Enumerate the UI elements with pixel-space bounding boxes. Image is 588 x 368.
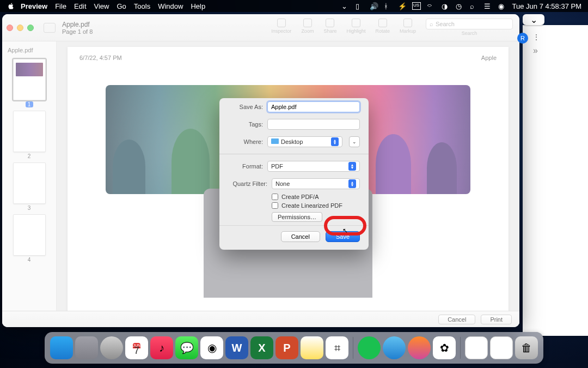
dock-safari[interactable] [383,336,406,359]
dock-calendar[interactable]: JUN7 [125,336,148,359]
dock-powerpoint[interactable]: P [275,336,298,359]
page-thumbnail-1[interactable] [13,59,46,100]
control-center-icon[interactable]: ☰ [484,2,492,10]
create-linearized-label: Create Linearized PDF [281,202,342,209]
quartz-filter-select[interactable]: None ▲▼ [272,178,360,189]
mouse-cursor-icon: ↖ [342,227,348,234]
create-linearized-checkbox[interactable] [272,202,278,209]
dock-chrome[interactable]: ◉ [200,336,223,359]
dock-music[interactable]: ♪ [150,336,173,359]
info-icon [277,19,286,27]
dock-settings[interactable] [100,336,123,359]
dock-trash[interactable]: 🗑 [515,336,538,359]
menu-file[interactable]: File [55,2,66,10]
expand-dialog-button[interactable]: ⌄ [349,136,360,147]
dock-document-2[interactable] [490,336,513,359]
volume-icon[interactable]: 🔊 [370,2,377,10]
phone-icon[interactable]: ▯ [356,2,363,10]
dock-separator [460,337,461,359]
dropbox-icon[interactable]: ⌄ [341,2,349,10]
print-cancel-button[interactable]: Cancel [438,315,475,324]
tags-input[interactable] [267,119,360,130]
dock-spotify[interactable] [358,336,381,359]
menu-help[interactable]: Help [191,2,205,10]
wifi-icon[interactable]: ⌔ [427,2,435,10]
menubar-app-name[interactable]: Preview [21,2,47,10]
search-field[interactable]: ⌕Search Search [426,19,513,36]
dock-firefox[interactable] [408,336,431,359]
dock-word[interactable]: W [225,336,248,359]
zoom-window-button[interactable] [27,25,34,31]
dock-notes[interactable] [301,336,323,359]
print-sheet-footer: Cancel Print [2,311,519,327]
dock-slack[interactable]: ⌗ [326,336,348,359]
background-window[interactable] [523,25,588,336]
close-window-button[interactable] [7,25,13,31]
divider [219,154,369,154]
clock-widget-icon[interactable]: ◷ [456,2,463,10]
menu-window[interactable]: Window [158,2,183,10]
spotlight-icon[interactable]: ⌕ [470,2,477,10]
page-thumbnail-2[interactable] [13,111,46,152]
menu-tools[interactable]: Tools [134,2,150,10]
dock-excel[interactable]: X [250,336,273,359]
thumbnail-sidebar: Apple.pdf 1 2 3 4 [2,41,57,327]
page-timestamp: 6/7/22, 4:57 PM [79,55,122,61]
page-thumbnail-4[interactable] [13,214,46,256]
highlight-icon [352,19,360,27]
background-window-tab[interactable]: ⌄ [523,14,544,25]
dock-photos[interactable]: ✿ [433,336,456,359]
menubar-clock[interactable]: Tue Jun 7 4:58:37 PM [512,2,581,10]
print-button[interactable]: Print [481,315,512,324]
siri-icon[interactable]: ◉ [498,2,506,10]
permissions-button[interactable]: Permissions… [272,212,322,222]
menu-go[interactable]: Go [117,2,126,10]
create-pdfa-label: Create PDF/A [281,194,318,200]
dock-messages[interactable]: 💬 [175,336,198,359]
minimize-window-button[interactable] [17,25,23,31]
user-icon[interactable]: ◑ [442,2,449,10]
forward-icon[interactable]: » [533,46,538,56]
dock-document[interactable] [465,336,488,359]
select-arrows-icon: ▲▼ [331,137,339,146]
markup-button[interactable]: Markup [400,19,416,34]
format-label: Format: [228,163,263,170]
tags-label: Tags: [228,121,263,128]
sidebar-toggle-button[interactable] [44,23,56,33]
rotate-icon [378,19,387,27]
menu-view[interactable]: View [94,2,109,10]
folder-icon [271,138,279,144]
create-pdfa-checkbox[interactable] [272,194,278,200]
page-header-right: Apple [481,55,497,61]
search-icon: ⌕ [430,21,433,27]
sidebar-title: Apple.pdf [2,45,56,56]
where-select[interactable]: Desktop ▲▼ [267,136,342,147]
titlebar: Apple.pdf Page 1 of 8 Inspector Zoom Sha… [2,14,519,41]
select-arrows-icon: ▲▼ [348,179,356,188]
account-avatar[interactable]: R [517,33,528,44]
share-icon [326,19,334,27]
zoom-button[interactable]: Zoom [301,19,314,34]
inspector-button[interactable]: Inspector [271,19,291,34]
apple-menu-icon[interactable] [7,2,15,10]
battery-icon[interactable]: ⚡ [398,2,406,10]
page-number-3: 3 [2,205,56,211]
dock-launchpad[interactable] [75,336,98,359]
save-as-input[interactable] [267,101,360,112]
page-number-2: 2 [2,153,56,159]
rotate-button[interactable]: Rotate [375,19,390,34]
menu-edit[interactable]: Edit [74,2,86,10]
share-button[interactable]: Share [323,19,336,34]
dock-finder[interactable] [50,336,73,359]
chevron-down-icon: ⌄ [352,139,357,144]
save-as-label: Save As: [228,104,263,110]
more-icon[interactable]: ⋮ [532,33,540,41]
cancel-button[interactable]: Cancel [281,231,320,242]
dock: JUN7 ♪ 💬 ◉ W X P ⌗ ✿ 🗑 [45,332,543,364]
zoom-icon [303,19,312,27]
page-thumbnail-3[interactable] [13,162,46,204]
bluetooth-icon[interactable]: ᚼ [384,2,391,10]
format-select[interactable]: PDF ▲▼ [267,161,360,172]
input-source-icon[interactable]: US [412,2,421,10]
highlight-button[interactable]: Highlight [346,19,365,34]
